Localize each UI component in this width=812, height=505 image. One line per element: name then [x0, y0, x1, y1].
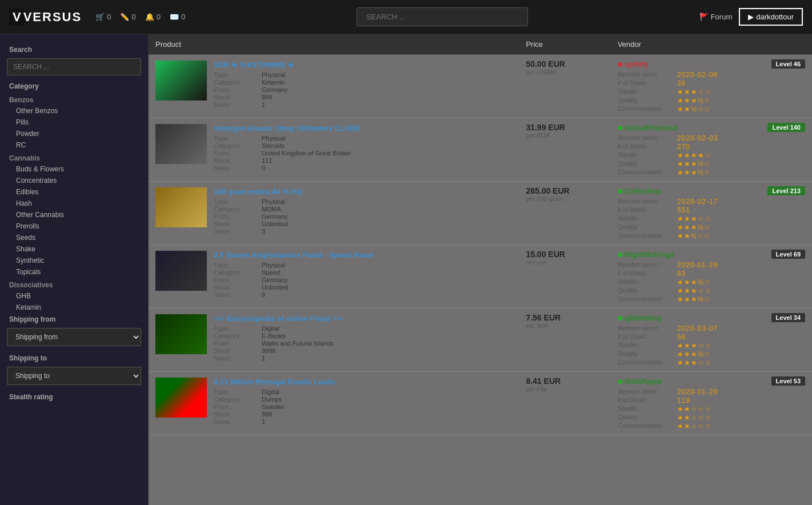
category-item-topicals[interactable]: Topicals: [0, 266, 148, 278]
vendor-meta-label: Stealth:: [618, 88, 675, 96]
meta-label: From:: [214, 340, 259, 347]
user-chevron-icon: ▶: [748, 13, 754, 21]
meta-value: Germany: [262, 86, 295, 93]
level-badge-2: Level 213: [767, 186, 805, 195]
category-item-other-cannabis[interactable]: Other Cannabis: [0, 209, 148, 221]
vendor-meta-value: ★★★☆☆: [677, 342, 805, 350]
product-title-0[interactable]: 5GR ★ S-KETAMINE ★: [214, 61, 295, 69]
user-button[interactable]: ▶ darkdottour: [739, 8, 803, 26]
logo[interactable]: V VERSUS: [9, 9, 82, 26]
shipping-from-select[interactable]: Shipping from: [7, 328, 141, 346]
price-unit-0: per GRAM: [526, 69, 603, 75]
vendor-meta-value: ★★½☆☆: [677, 105, 805, 113]
meta-value: 1: [262, 418, 335, 425]
vendor-name-wrap-4: g0ldenboy: [618, 314, 662, 322]
meta-label: Stock:: [214, 347, 259, 354]
vendor-meta-value: ★★★½☆: [677, 350, 805, 358]
topnav: V VERSUS 🛒 0 ✏️ 0 🔔 0 ✉️ 0 🚩 Forum ▶ dar…: [0, 0, 812, 34]
vendor-meta-value: 270: [677, 143, 805, 151]
vendor-name-5[interactable]: GoldApple: [625, 377, 662, 386]
vendor-meta-label: Stealth:: [618, 151, 675, 159]
category-item-pills[interactable]: Pills: [0, 117, 148, 128]
vendor-meta-2: Member since:2020-02-17# of Deals:551Ste…: [618, 198, 805, 240]
vendor-name-wrap-3: NightlifeKings: [618, 250, 675, 259]
top-search-input[interactable]: [357, 7, 528, 26]
product-image-1: [155, 124, 207, 164]
price-unit-4: per item: [526, 322, 603, 329]
vendor-meta-value: 2020-01-29: [677, 388, 805, 396]
category-item-rc[interactable]: RC: [0, 139, 148, 151]
product-title-4[interactable]: -== Encyclopedia of online Fraud ==-: [214, 314, 344, 323]
meta-value: Digital: [262, 388, 335, 395]
product-image-4: [155, 314, 207, 354]
meta-label: Sales:: [214, 228, 259, 235]
meta-label: Sales:: [214, 291, 259, 298]
category-item-prerolls[interactable]: Prerolls: [0, 221, 148, 232]
meta-value: Physical: [262, 71, 295, 78]
meta-value: 111: [262, 157, 361, 164]
category-group-benzos[interactable]: Benzos: [0, 93, 148, 105]
category-group-cannabis[interactable]: Cannabis: [0, 151, 148, 163]
mail-nav[interactable]: ✉️ 0: [170, 13, 185, 21]
category-item-seeds[interactable]: Seeds: [0, 232, 148, 243]
vendor-meta-label: # of Deals:: [618, 333, 675, 341]
price-unit-2: per 100 gram: [526, 195, 603, 202]
vendor-status-dot-2: [618, 189, 622, 194]
category-item-hash[interactable]: Hash: [0, 198, 148, 209]
search-section-title: Search: [0, 41, 148, 56]
meta-value: Germany: [262, 213, 302, 220]
logo-v-letter: V: [9, 9, 25, 26]
category-item-synthetic[interactable]: Synthetic: [0, 255, 148, 266]
notif-nav[interactable]: 🔔 0: [145, 13, 161, 21]
vendor-name-3[interactable]: NightlifeKings: [625, 250, 675, 259]
product-title-3[interactable]: 2.5 Grams Amphetamine Pasté - Speed Past…: [214, 251, 373, 259]
product-title-1[interactable]: Omnigen Anavar 10mg 100tablets CLONE: [214, 124, 361, 133]
meta-value: 1: [262, 101, 295, 108]
vendor-name-4[interactable]: g0ldenboy: [625, 314, 662, 322]
meta-value: Unlimited: [262, 221, 302, 227]
category-item-shake[interactable]: Shake: [0, 243, 148, 255]
vendor-meta-value: ★★★½☆: [677, 223, 805, 231]
cart-count: 0: [107, 13, 111, 21]
vendor-meta-label: Quality: [618, 350, 675, 358]
vendor-meta-label: Member since:: [618, 134, 675, 142]
vendor-name-1[interactable]: SocialPharma3: [625, 123, 678, 132]
product-cell-5: 0.23 Million Portugal Emails LeadsType:D…: [149, 372, 519, 431]
meta-label: Sales:: [214, 101, 259, 108]
meta-label: Type:: [214, 388, 259, 395]
vendor-status-dot-1: [618, 126, 622, 130]
category-item-ketamin[interactable]: Ketamin: [0, 302, 148, 310]
currency-icon: ✏️: [120, 13, 129, 21]
vendor-status-dot-0: [618, 62, 622, 67]
table-row: Omnigen Anavar 10mg 100tablets CLONEType…: [149, 118, 812, 182]
vendor-name-2[interactable]: Coffeshop: [625, 187, 661, 195]
shipping-to-select[interactable]: Shipping to: [7, 367, 141, 385]
logo-text: VERSUS: [23, 10, 82, 25]
price-amount-2: 265.00 EUR: [526, 186, 603, 195]
category-item-other-benzos[interactable]: Other Benzos: [0, 105, 148, 117]
category-item-edibles[interactable]: Edibles: [0, 186, 148, 198]
meta-value: Speed: [262, 269, 373, 276]
forum-link[interactable]: 🚩 Forum: [699, 13, 733, 21]
shipping-from-label: Shipping from: [0, 310, 148, 326]
search-input[interactable]: [7, 58, 141, 75]
vendor-meta-value: ★★★½☆: [677, 295, 805, 303]
price-unit-5: per File: [526, 386, 603, 392]
vendor-meta-label: Communication:: [618, 422, 675, 430]
product-title-5[interactable]: 0.23 Million Portugal Emails Leads: [214, 378, 335, 386]
meta-value: Digital: [262, 325, 344, 332]
price-unit-1: per BOX: [526, 132, 603, 139]
vendor-name-0[interactable]: sp0tify: [625, 60, 649, 69]
category-group-dissociatives[interactable]: Dissociatives: [0, 278, 148, 290]
category-item-buds-flowers[interactable]: Buds & Flowers: [0, 163, 148, 175]
cart-nav[interactable]: 🛒 0: [95, 13, 111, 21]
category-item-powder[interactable]: Powder: [0, 128, 148, 139]
vendor-meta-label: Quality: [618, 97, 675, 105]
currency-nav[interactable]: ✏️ 0: [120, 13, 135, 21]
category-item-ghb[interactable]: GHB: [0, 290, 148, 302]
product-title-2[interactable]: 100 gram mdma 84 % HQ: [214, 187, 302, 196]
vendor-meta-value: ★★★½☆: [677, 97, 805, 105]
category-item-concentrates[interactable]: Concentrates: [0, 175, 148, 186]
category-list: BenzosOther BenzosPillsPowderRCCannabisB…: [0, 93, 148, 310]
currency-count: 0: [131, 13, 135, 21]
